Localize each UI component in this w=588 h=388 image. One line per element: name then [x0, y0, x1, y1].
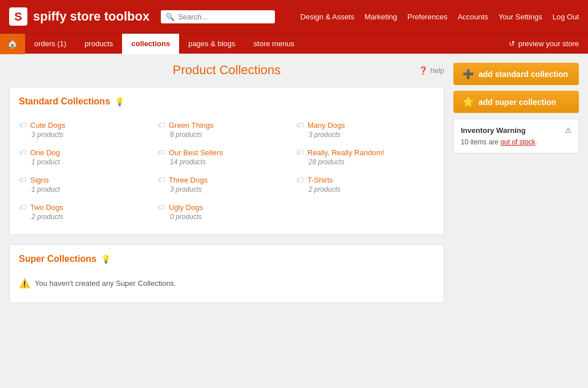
inventory-warning-title: Inventory Warning ⚠ [461, 126, 571, 135]
collection-count: 3 products [296, 131, 435, 139]
inventory-warning-box: Inventory Warning ⚠ 10 items are out of … [453, 119, 579, 153]
super-collections-heading: Super Collections 💡 [19, 254, 435, 264]
search-bar[interactable]: 🔍 [161, 10, 275, 23]
search-icon: 🔍 [165, 13, 175, 21]
tag-icon: 🏷 [19, 120, 27, 130]
collection-count: 1 product [19, 158, 157, 166]
collection-link[interactable]: 🏷 Two Dogs [19, 203, 157, 212]
star-icon: ⭐ [463, 96, 474, 107]
collection-count: 0 products [157, 213, 296, 221]
list-item: 🏷 Three Dogs 3 products [157, 171, 296, 198]
collection-link[interactable]: 🏷 Our Best Sellers [157, 148, 296, 157]
collection-count: 14 products [157, 158, 296, 166]
inventory-warning-text: 10 items are out of stock. [461, 138, 571, 146]
subnav-collections[interactable]: collections [122, 34, 179, 54]
logo-icon: S [9, 7, 27, 26]
page-title-area: Product Collections ❓ help [9, 63, 444, 78]
warning-icon: ⚠️ [19, 278, 30, 289]
list-item: 🏷 Our Best Sellers 14 products [157, 143, 296, 171]
sidebar: ➕ add standard collection ⭐ add super co… [453, 63, 579, 312]
collection-link[interactable]: 🏷 Cute Dogs [19, 120, 157, 130]
list-item: 🏷 Really, Really Random! 28 products [296, 143, 435, 171]
add-standard-collection-button[interactable]: ➕ add standard collection [453, 63, 579, 85]
tag-icon: 🏷 [19, 148, 27, 157]
nav-logout[interactable]: Log Out [553, 13, 579, 21]
collection-link[interactable]: 🏷 Green Things [157, 120, 296, 130]
preview-store-link[interactable]: ↺ preview your store [500, 39, 588, 48]
page-title: Product Collections [173, 63, 281, 78]
collection-link[interactable]: 🏷 Ugly Dogs [157, 203, 296, 212]
super-collections-box: Super Collections 💡 ⚠️ You haven't creat… [9, 244, 444, 303]
collection-link[interactable]: 🏷 Signs [19, 175, 157, 184]
subnav-products[interactable]: products [75, 34, 122, 54]
nav-design-assets[interactable]: Design & Assets [301, 13, 355, 21]
list-item: 🏷 Cute Dogs 3 products [19, 116, 157, 143]
help-icon: ❓ [419, 66, 428, 75]
tag-icon: 🏷 [19, 203, 27, 212]
tag-icon: 🏷 [157, 148, 165, 157]
list-item: 🏷 Signs 1 product [19, 171, 157, 198]
list-item: 🏷 Two Dogs 2 products [19, 198, 157, 225]
no-super-message: ⚠️ You haven't created any Super Collect… [19, 273, 435, 293]
out-of-stock-link[interactable]: out of stock [500, 138, 535, 146]
subnav: 🏠 orders (1) products collections pages … [0, 33, 588, 54]
list-item: 🏷 T-Shirts 2 products [296, 171, 435, 198]
collection-link[interactable]: 🏷 Really, Really Random! [296, 148, 435, 157]
app-name: spiffy store toolbox [33, 9, 149, 24]
logo-area: S spiffy store toolbox [9, 7, 149, 26]
list-item: 🏷 One Dog 1 product [19, 143, 157, 171]
lightbulb-icon: 💡 [115, 97, 124, 106]
tag-icon: 🏷 [157, 203, 165, 212]
lightbulb-icon: 💡 [101, 254, 111, 264]
search-input[interactable] [178, 13, 263, 21]
collection-count: 8 products [157, 131, 296, 139]
add-super-collection-button[interactable]: ⭐ add super collection [453, 91, 579, 113]
main-nav: Design & Assets Marketing Preferences Ac… [301, 13, 579, 21]
nav-marketing[interactable]: Marketing [364, 13, 397, 21]
subnav-pages-blogs[interactable]: pages & blogs [179, 34, 244, 54]
list-item: 🏷 Green Things 8 products [157, 116, 296, 143]
content-area: Product Collections ❓ help Standard Coll… [9, 63, 444, 312]
subnav-orders[interactable]: orders (1) [25, 34, 75, 54]
collection-count: 2 products [19, 213, 157, 221]
warning-triangle-icon: ⚠ [565, 126, 571, 135]
list-item: 🏷 Ugly Dogs 0 products [157, 198, 296, 225]
collection-link[interactable]: 🏷 Three Dogs [157, 175, 296, 184]
collection-count: 28 products [296, 158, 435, 166]
standard-collections-box: Standard Collections 💡 🏷 Cute Dogs 3 pro… [9, 87, 444, 235]
collection-link[interactable]: 🏷 T-Shirts [296, 175, 435, 184]
standard-collections-heading: Standard Collections 💡 [19, 96, 435, 107]
collection-count: 3 products [157, 185, 296, 193]
tag-icon: 🏷 [296, 175, 304, 184]
main-content: Product Collections ❓ help Standard Coll… [0, 54, 588, 321]
collection-link[interactable]: 🏷 One Dog [19, 148, 157, 157]
plus-icon: ➕ [463, 68, 474, 79]
header: S spiffy store toolbox 🔍 Design & Assets… [0, 0, 588, 33]
standard-collections-grid: 🏷 Cute Dogs 3 products 🏷 Green Things 8 … [19, 116, 435, 225]
subnav-store-menus[interactable]: store menus [245, 34, 304, 54]
tag-icon: 🏷 [296, 120, 304, 130]
subnav-home[interactable]: 🏠 [0, 34, 25, 54]
collection-count: 1 product [19, 185, 157, 193]
collection-count: 2 products [296, 185, 435, 193]
tag-icon: 🏷 [296, 148, 304, 157]
nav-your-settings[interactable]: Your Settings [498, 13, 542, 21]
collection-count: 3 products [19, 131, 157, 139]
list-item: 🏷 Many Dogs 3 products [296, 116, 435, 143]
tag-icon: 🏷 [19, 175, 27, 184]
preview-icon: ↺ [509, 39, 515, 48]
nav-accounts[interactable]: Accounts [457, 13, 488, 21]
tag-icon: 🏷 [157, 120, 165, 130]
tag-icon: 🏷 [157, 175, 165, 184]
nav-preferences[interactable]: Preferences [407, 13, 447, 21]
help-link[interactable]: ❓ help [419, 66, 444, 75]
collection-link[interactable]: 🏷 Many Dogs [296, 120, 435, 130]
help-label: help [430, 66, 444, 75]
